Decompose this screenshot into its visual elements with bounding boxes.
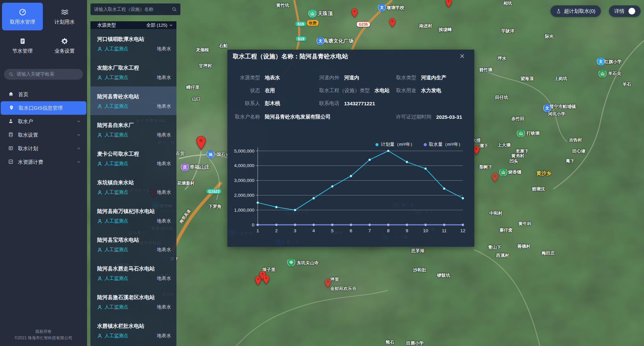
sidebar-item-board[interactable]: 取水计划	[0, 142, 87, 155]
red-pin-marker[interactable]	[196, 136, 206, 151]
app-tile[interactable]: 计划用水	[44, 3, 85, 30]
culture-square-poi[interactable]: 文	[316, 37, 325, 45]
monitor-type: 人工监测点	[105, 161, 128, 167]
water-source-type: 地表水	[157, 218, 171, 224]
app-root: 黄竹坑 相坑 铁炉 天珠顶 墩塘学校 南进村 挨垅蜂 芋陂洋 际光 龙颈根 石船…	[0, 0, 644, 346]
resort-poi[interactable]: 庄	[181, 163, 189, 171]
field-label: 联系电话	[319, 100, 339, 107]
menu-item-label: 取水户	[18, 118, 33, 125]
person-icon	[97, 219, 102, 224]
peak-poi[interactable]: 山	[517, 129, 525, 137]
svg-text:10: 10	[423, 228, 428, 233]
detail-field: 河道内外 河道内	[319, 75, 359, 81]
svg-text:3,000,000: 3,000,000	[234, 178, 254, 183]
menu-item-label: 取水设置	[18, 132, 38, 138]
station-list-item[interactable]: 友能水厂取水工程 人工监测点 地表水	[90, 58, 176, 86]
road-number-badge: G235	[357, 22, 370, 27]
chevron-down-icon	[77, 132, 81, 138]
red-pin-marker[interactable]	[351, 8, 358, 19]
over-plan-label: 超计划取水(0)	[564, 8, 595, 15]
app-tile[interactable]: 节水管理	[2, 32, 43, 59]
detail-field: 取水工程（设施）类型 水电站	[319, 87, 390, 94]
sidebar-item-pin[interactable]: 取水口GIS信息管理	[1, 101, 86, 115]
sidebar-item-home[interactable]: 首页	[0, 88, 87, 101]
person-icon	[97, 104, 102, 109]
field-value: 彭木桃	[265, 100, 280, 107]
station-name: 陆河县宝塔水电站	[97, 237, 171, 244]
field-value: 河道内	[344, 75, 359, 81]
pin-icon	[263, 275, 270, 284]
detail-field: 许可证过期时间 2025-03-31	[396, 114, 462, 120]
station-name: 陆河县水唇走马石水电站	[97, 265, 171, 272]
detail-field: 取水用途 水力发电	[396, 87, 441, 94]
red-pin-marker[interactable]	[492, 173, 498, 184]
mountain-poi[interactable]: 山	[308, 9, 316, 18]
peak-poi[interactable]: 山	[598, 70, 607, 78]
station-name: 陆河县激石溪老区水电站	[97, 294, 171, 301]
gas-station-poi[interactable]: 油	[206, 150, 215, 158]
filter-dropdown[interactable]: 全部 (125)	[146, 22, 173, 28]
station-list-item[interactable]: 水唇镇水栏肚水电站 人工监测点 地表水	[90, 316, 176, 345]
close-icon[interactable]: ✕	[459, 52, 465, 60]
school-poi[interactable]: 文	[378, 3, 386, 11]
peak-poi[interactable]: 山	[499, 168, 507, 176]
road-number-badge: 收费	[307, 20, 318, 26]
station-list-item[interactable]: 陆河县自来水厂 人工监测点 地表水	[90, 115, 176, 144]
field-label: 取水用途	[396, 87, 416, 94]
legend-item[interactable]: 计划量（m³/年）	[375, 141, 415, 148]
water-source-type: 地表水	[157, 333, 171, 339]
station-name: 水唇镇水栏肚水电站	[97, 323, 171, 330]
field-label: 取水户名称	[233, 114, 260, 120]
plan-vs-intake-chart: 5,000,0004,000,0003,000,0002,000,0001,00…	[227, 137, 474, 242]
detail-toggle[interactable]: 详情	[609, 5, 641, 17]
station-list-item[interactable]: 陆河县青砼水电站 人工监测点 地表水	[90, 86, 176, 115]
road-number-badge: S19	[295, 22, 306, 26]
svg-text:9: 9	[405, 228, 408, 233]
station-list-item[interactable]: 陆河县激石溪老区水电站 人工监测点 地表水	[90, 287, 176, 316]
monitor-type: 人工监测点	[105, 75, 128, 81]
legend-item[interactable]: 取水量（m³/年）	[424, 141, 463, 148]
svg-text:3: 3	[294, 228, 297, 233]
keyword-search-input[interactable]: 请输入关键字检索	[4, 69, 83, 80]
school-poi[interactable]: 文	[543, 104, 551, 112]
person-icon	[97, 247, 102, 252]
sidebar-item-db[interactable]: 取水设置	[0, 128, 87, 142]
station-list-item[interactable]: 河口镇唱歌潭水电站 人工监测点 地表水	[90, 29, 176, 58]
station-list-item[interactable]: 陆河县宝塔水电站 人工监测点 地表水	[90, 230, 176, 259]
monitor-type: 人工监测点	[105, 275, 128, 282]
station-list-item[interactable]: 陆河县水唇走马石水电站 人工监测点 地表水	[90, 259, 176, 287]
red-pin-marker[interactable]	[389, 18, 396, 29]
sidebar-item-user[interactable]: 取水户	[0, 115, 87, 128]
person-icon	[97, 75, 102, 80]
poi-glyph: 油	[209, 152, 213, 157]
pin-icon	[196, 136, 206, 150]
app-tile[interactable]: 业务设置	[44, 32, 85, 59]
chevron-down-icon	[77, 119, 81, 125]
app-tile[interactable]: 取用水管理	[2, 3, 43, 30]
station-list-panel: 请输入取水工程（设施）名称 水源类型 全部 (125) 河口镇唱歌潭水电站	[90, 0, 176, 346]
over-plan-button[interactable]: 超计划取水(0)	[551, 5, 601, 17]
document-icon	[19, 37, 26, 46]
tile-label: 节水管理	[12, 48, 33, 54]
station-list-item[interactable]: 麦卡公司取水工程 人工监测点 地表水	[90, 144, 176, 172]
monitor-type: 人工监测点	[105, 132, 128, 138]
svg-text:7: 7	[368, 228, 371, 233]
red-pin-marker[interactable]	[263, 275, 270, 286]
svg-text:1,000,000: 1,000,000	[234, 208, 254, 213]
chevron-down-icon	[169, 23, 173, 27]
school-poi[interactable]: 文	[597, 57, 605, 65]
red-pin-marker[interactable]	[325, 278, 331, 289]
field-label: 许可证过期时间	[396, 114, 431, 120]
toggle-knob[interactable]	[628, 8, 635, 15]
station-list-item[interactable]: 陆河县南万镇杞洋水电站 人工监测点 地表水	[90, 201, 176, 230]
topbar: 超计划取水(0) 详情	[551, 5, 641, 17]
temple-poi[interactable]: 寺	[287, 258, 295, 266]
app-tiles: 取用水管理 计划用水 节水管理 业务设置	[0, 0, 87, 63]
sidebar-item-chart[interactable]: 水资源计费	[0, 155, 87, 169]
legend-dot	[375, 143, 379, 146]
person-icon	[97, 276, 102, 281]
station-list-item[interactable]: 东坑镇自来水站 人工监测点 地表水	[90, 172, 176, 201]
station-search-input[interactable]: 请输入取水工程（设施）名称	[90, 3, 180, 15]
field-value: 陆河县青砼水电发展有限公司	[265, 114, 331, 120]
red-pin-marker[interactable]	[445, 0, 452, 9]
